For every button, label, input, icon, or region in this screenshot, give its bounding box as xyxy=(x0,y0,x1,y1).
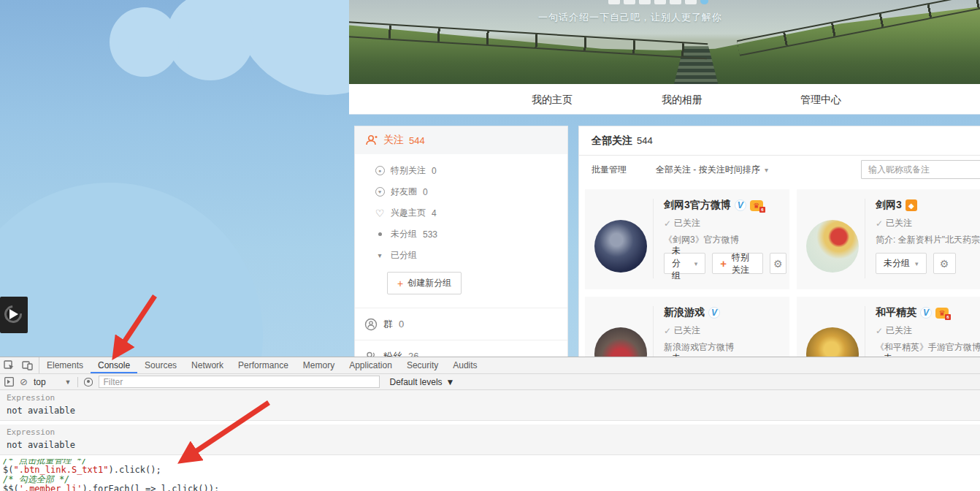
search-input[interactable] xyxy=(861,160,980,179)
plus-icon: + xyxy=(397,280,403,287)
live-expression-eye-icon[interactable] xyxy=(84,378,93,387)
user-name-link[interactable]: 和平精英 V ♛6 xyxy=(876,306,980,319)
profile-cover-banner: 一句话介绍一下自己吧，让别人更了解你 xyxy=(349,0,980,84)
user-name: 新浪游戏 xyxy=(664,306,705,319)
inspect-element-icon[interactable] xyxy=(4,360,15,370)
tab-audits[interactable]: Audits xyxy=(445,357,484,373)
verified-v-icon: V xyxy=(708,307,720,319)
group-select-button[interactable]: 未分组 ▾ xyxy=(876,253,927,274)
console-sidebar-icon[interactable] xyxy=(4,377,14,387)
follow-card: 新浪游戏 V ✓ 已关注 新浪游戏官方微博 未分组 ▾ + xyxy=(585,297,789,357)
console-toolbar: ⊘ top ▼ Default levels ▼ xyxy=(0,374,980,390)
frame-context-dropdown[interactable]: top ▼ xyxy=(34,377,72,387)
code-comment: /* 勾选全部 */ xyxy=(3,474,69,484)
special-follow-button[interactable]: + 特别关注 xyxy=(712,253,762,274)
tab-sources[interactable]: Sources xyxy=(137,357,184,373)
sidebar-item-fans[interactable]: 粉丝 26 xyxy=(355,340,567,357)
groups-count: 0 xyxy=(399,319,404,330)
cloud-shape xyxy=(166,0,254,80)
user-name-link[interactable]: 新浪游戏 V xyxy=(664,306,786,319)
check-icon: ✓ xyxy=(876,326,883,336)
followed-status: ✓ 已关注 xyxy=(664,324,786,337)
divider xyxy=(653,306,654,357)
console-entry-source: Expression xyxy=(7,427,973,437)
clear-console-icon[interactable]: ⊘ xyxy=(20,376,28,387)
console-output: Expression not available Expression not … xyxy=(0,390,980,491)
user-name-link[interactable]: 剑网3官方微博 V ♛6 xyxy=(664,199,786,212)
verified-v-icon: V xyxy=(920,307,932,319)
sort-label: 全部关注 - 按关注时间排序 xyxy=(656,164,760,175)
divider xyxy=(865,199,865,278)
console-filter-input[interactable] xyxy=(99,376,380,388)
sidebar-item-interest-pages[interactable]: ♡ 兴趣主页 4 xyxy=(355,202,567,224)
plus-icon: + xyxy=(720,260,727,267)
code-line: $(".btn_link.S_txt1").click(); xyxy=(3,465,980,475)
device-toolbar-icon[interactable] xyxy=(22,361,33,370)
user-name-link[interactable]: 剑网3 ◆ xyxy=(876,199,980,212)
vip-crown-icon: ♛6 xyxy=(935,308,949,319)
sidebar-item-ungrouped[interactable]: 未分组 533 xyxy=(355,224,567,245)
chevron-down-icon: ▾ xyxy=(765,166,768,174)
follow-list-panel: 全部关注 544 批量管理 全部关注 - 按关注时间排序 ▾ 剑网3官方微博 V xyxy=(578,126,980,357)
avatar[interactable] xyxy=(594,220,647,273)
sort-dropdown[interactable]: 全部关注 - 按关注时间排序 ▾ xyxy=(656,164,768,176)
followed-status: ✓ 已关注 xyxy=(664,217,786,229)
tab-console[interactable]: Console xyxy=(91,357,137,373)
page-title-count: 544 xyxy=(637,135,653,146)
group-select-button[interactable]: 未分组 ▾ xyxy=(664,253,705,274)
tab-memory[interactable]: Memory xyxy=(296,357,342,373)
avatar[interactable] xyxy=(806,220,859,273)
video-player-thumbnail[interactable] xyxy=(0,297,28,333)
heart-plus-icon: ♡ xyxy=(375,208,385,219)
cropped-nickname xyxy=(608,0,708,4)
group-count: 0 xyxy=(423,187,428,197)
tab-application[interactable]: Application xyxy=(342,357,399,373)
avatar[interactable] xyxy=(806,327,859,357)
nav-my-homepage[interactable]: 我的主页 xyxy=(532,94,573,107)
console-prompt-code[interactable]: /* 点击批量管理 */ $(".btn_link.S_txt1").click… xyxy=(0,459,980,491)
settings-gear-button[interactable]: ⚙ xyxy=(770,253,787,274)
settings-gear-button[interactable]: ⚙ xyxy=(933,253,956,274)
nav-manage-center[interactable]: 管理中心 xyxy=(800,94,841,107)
sidebar-item-groups[interactable]: 群 0 xyxy=(355,308,567,340)
console-entry-value: not available xyxy=(7,440,973,450)
sidebar-item-special-follow[interactable]: ● 特别关注 0 xyxy=(355,160,567,181)
console-entry: Expression not available xyxy=(0,425,980,455)
followed-status: ✓ 已关注 xyxy=(876,324,980,337)
nav-my-album[interactable]: 我的相册 xyxy=(662,94,703,107)
avatar[interactable] xyxy=(594,327,647,357)
fans-count: 26 xyxy=(408,351,418,357)
vip-gem-icon: ◆ xyxy=(906,199,917,211)
tab-network[interactable]: Network xyxy=(184,357,231,373)
chevron-down-icon: ▾ xyxy=(694,260,698,267)
check-icon: ✓ xyxy=(664,218,671,229)
group-select-label: 未分组 xyxy=(672,245,689,282)
group-label: 兴趣主页 xyxy=(391,207,426,219)
followed-label: 已关注 xyxy=(674,217,700,229)
create-group-button[interactable]: + 创建新分组 xyxy=(387,272,462,294)
person-follow-icon xyxy=(365,134,378,146)
group-circle-icon xyxy=(364,318,378,331)
group-label: 特别关注 xyxy=(391,164,426,177)
tab-elements[interactable]: Elements xyxy=(39,357,91,373)
list-toolbar: 批量管理 全部关注 - 按关注时间排序 ▾ xyxy=(579,156,980,183)
sidebar-item-grouped[interactable]: ▾ 已分组 xyxy=(355,245,567,266)
frame-context-label: top xyxy=(34,377,46,387)
divider xyxy=(77,377,78,387)
check-icon: ✓ xyxy=(664,326,671,336)
sidebar-item-following[interactable]: 关注 544 xyxy=(355,126,567,154)
check-icon: ✓ xyxy=(876,218,883,229)
sidebar-item-friends-circle[interactable]: ♥ 好友圈 0 xyxy=(355,181,567,202)
followed-label: 已关注 xyxy=(674,324,700,337)
group-count: 533 xyxy=(423,229,437,240)
group-label: 好友圈 xyxy=(391,186,417,198)
panel-header: 全部关注 544 xyxy=(579,126,980,156)
batch-manage-button[interactable]: 批量管理 xyxy=(592,164,627,176)
tab-performance[interactable]: Performance xyxy=(231,357,296,373)
console-entry-value: not available xyxy=(7,406,973,416)
tab-security[interactable]: Security xyxy=(399,357,445,373)
group-count: 0 xyxy=(432,166,437,176)
vip-crown-icon: ♛6 xyxy=(750,200,763,211)
log-levels-dropdown[interactable]: Default levels ▼ xyxy=(390,377,455,387)
profile-intro-hint: 一句话介绍一下自己吧，让别人更了解你 xyxy=(349,11,911,24)
